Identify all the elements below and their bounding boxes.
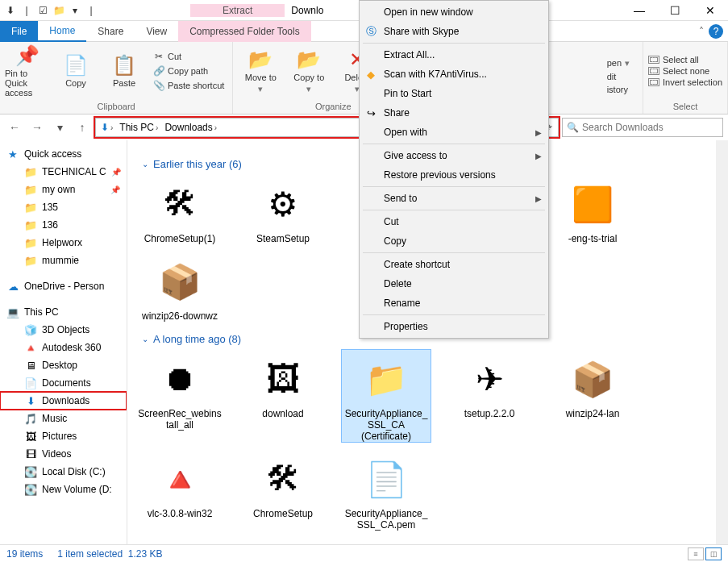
select-all-button[interactable]: Select all: [648, 55, 722, 65]
sidebar-quick-item[interactable]: 📁mummie: [0, 252, 127, 269]
history-dropdown[interactable]: ▾: [50, 118, 69, 137]
select-none-button[interactable]: Select none: [648, 66, 722, 76]
maximize-button[interactable]: ☐: [657, 0, 693, 21]
sidebar-quick-item[interactable]: 📁my own📌: [0, 181, 127, 198]
file-item[interactable]: 🛠ChromeSetup(1): [135, 175, 224, 244]
paste-shortcut-button[interactable]: 📎Paste shortcut: [150, 79, 227, 92]
view-details-button[interactable]: ≡: [688, 547, 704, 560]
close-button[interactable]: ✕: [693, 0, 728, 21]
pc-item-icon: ⬇: [24, 395, 37, 407]
history-button[interactable]: istory: [604, 84, 633, 95]
cut-button[interactable]: ✂Cut: [150, 50, 227, 63]
tab-file[interactable]: File: [0, 21, 38, 42]
sidebar-quick-item[interactable]: 📁135: [0, 198, 127, 216]
history-label: istory: [607, 85, 628, 94]
help-icon[interactable]: ?: [709, 24, 723, 39]
file-item[interactable]: 🟧-eng-ts-trial: [548, 175, 637, 244]
ctx-copy[interactable]: Copy: [360, 231, 548, 251]
ctx-properties[interactable]: Properties: [360, 317, 548, 336]
sidebar-this-pc[interactable]: 💻This PC: [0, 303, 127, 321]
ctx-send-to[interactable]: Send to▶: [360, 189, 548, 208]
forward-button[interactable]: →: [27, 118, 47, 137]
file-label: SecurityAppliance_SSL_CA (Certificate): [343, 408, 429, 442]
file-item[interactable]: 🛠ChromeSetup: [239, 450, 327, 531]
qat-overflow-icon[interactable]: ▾: [68, 3, 82, 18]
sidebar-pc-item-pictures[interactable]: 🖼Pictures: [0, 427, 127, 445]
ctx-rename[interactable]: Rename: [360, 293, 548, 313]
group-select-label: Select: [643, 100, 727, 114]
sidebar-quick-item[interactable]: 📁TECHNICAL C📌: [0, 163, 127, 181]
up-button[interactable]: ↑: [73, 118, 92, 137]
sidebar-pc-item-music[interactable]: 🎵Music: [0, 410, 127, 427]
minimize-button[interactable]: —: [622, 0, 657, 21]
sidebar-pc-item-desktop[interactable]: 🖥Desktop: [0, 356, 127, 374]
paste-button[interactable]: 📋Paste: [102, 44, 147, 98]
tab-view[interactable]: View: [135, 21, 178, 42]
sidebar-quick-item[interactable]: 📁Helpworx: [0, 234, 127, 252]
ctx-open-new-window[interactable]: Open in new window: [360, 2, 548, 22]
sidebar-quick-access[interactable]: ★Quick access: [0, 145, 127, 163]
ctx-cut[interactable]: Cut: [360, 212, 548, 231]
sidebar-pc-item-local-disk-c-[interactable]: 💽Local Disk (C:): [0, 463, 127, 481]
ctx-pin-start[interactable]: Pin to Start: [360, 84, 548, 103]
pc-item-icon: 📄: [24, 377, 37, 389]
view-large-icons-button[interactable]: ◫: [705, 547, 722, 560]
ctx-open-with[interactable]: Open with▶: [360, 123, 548, 142]
folder-icon: 📁: [24, 184, 37, 196]
file-item[interactable]: 📄SecurityAppliance_SSL_CA.pem: [342, 450, 431, 531]
ctx-share[interactable]: ↪Share: [360, 103, 548, 123]
file-item[interactable]: 📁SecurityAppliance_SSL_CA (Certificate): [342, 350, 431, 442]
ribbon-collapse-icon[interactable]: ˄: [699, 26, 704, 37]
paste-label: Paste: [113, 78, 135, 88]
sidebar-quick-item[interactable]: 📁136: [0, 216, 127, 234]
sidebar-pc-item-downloads[interactable]: ⬇Downloads: [0, 392, 127, 410]
ctx-give-access[interactable]: Give access to▶: [360, 146, 548, 165]
tab-home[interactable]: Home: [38, 21, 86, 42]
edit-button[interactable]: dit: [604, 71, 633, 82]
pc-item-icon: 🎵: [24, 413, 37, 425]
qat-checkbox-icon[interactable]: ☑: [35, 3, 50, 18]
search-box[interactable]: 🔍: [562, 118, 723, 137]
tab-compressed-tools[interactable]: Compressed Folder Tools: [178, 21, 311, 42]
file-item[interactable]: ✈tsetup.2.2.0: [445, 350, 534, 442]
ctx-scan-k7[interactable]: ◆Scan with K7AntiVirus...: [360, 65, 548, 84]
file-item[interactable]: ⏺ScreenRec_webinstall_all: [135, 350, 224, 442]
file-item[interactable]: 📦winzip26-downwz: [135, 252, 224, 322]
invert-selection-button[interactable]: Invert selection: [648, 77, 722, 87]
open-dropdown[interactable]: pen ▾: [604, 57, 633, 69]
pc-item-icon: 🧊: [24, 324, 37, 336]
breadcrumb-this-pc[interactable]: This PC ›: [116, 122, 161, 133]
invert-label: Invert selection: [663, 77, 722, 87]
file-item[interactable]: 📦winzip24-lan: [548, 350, 637, 442]
sidebar-pc-item-autodesk-360[interactable]: 🔺Autodesk 360: [0, 339, 127, 356]
ctx-create-shortcut[interactable]: Create shortcut: [360, 255, 548, 274]
file-item[interactable]: 🖼download: [239, 350, 327, 442]
copypath-label: Copy path: [168, 66, 208, 76]
ctx-share-skype[interactable]: ⓈShare with Skype: [360, 22, 548, 41]
sidebar-pc-item-videos[interactable]: 🎞Videos: [0, 445, 127, 463]
copy-path-button[interactable]: 🔗Copy path: [150, 65, 227, 77]
search-input[interactable]: [582, 122, 722, 133]
file-item[interactable]: ⚙SteamSetup: [239, 175, 327, 244]
copy-to-button[interactable]: 📂Copy to▾: [286, 44, 331, 98]
status-selection: 1 item selected 1.23 KB: [57, 548, 162, 560]
qat-folder-icon[interactable]: 📁: [52, 3, 66, 18]
vertical-scrollbar[interactable]: [716, 140, 728, 544]
sidebar-pc-item-3d-objects[interactable]: 🧊3D Objects: [0, 321, 127, 339]
ctx-delete[interactable]: Delete: [360, 274, 548, 293]
sidebar-onedrive[interactable]: ☁OneDrive - Person: [0, 277, 127, 295]
back-button[interactable]: ←: [5, 118, 24, 137]
ctx-extract-all[interactable]: Extract All...: [360, 45, 548, 65]
move-to-button[interactable]: 📂Move to▾: [238, 44, 283, 98]
pc-item-icon: 🔺: [24, 342, 37, 354]
sidebar-pc-item-new-volume-d-[interactable]: 💽New Volume (D:: [0, 481, 127, 498]
file-item[interactable]: 🔺vlc-3.0.8-win32: [135, 450, 224, 531]
pin-to-quick-access-button[interactable]: 📌Pin to Quick access: [5, 44, 50, 98]
ctx-restore-versions[interactable]: Restore previous versions: [360, 165, 548, 185]
folder-icon: 📁: [24, 219, 37, 231]
nav-sidebar[interactable]: ★Quick access 📁TECHNICAL C📌📁my own📌📁135📁…: [0, 140, 127, 544]
copy-button[interactable]: 📄Copy: [53, 44, 98, 98]
tab-share[interactable]: Share: [86, 21, 135, 42]
sidebar-pc-item-documents[interactable]: 📄Documents: [0, 374, 127, 392]
breadcrumb-downloads[interactable]: Downloads ›: [161, 122, 220, 133]
